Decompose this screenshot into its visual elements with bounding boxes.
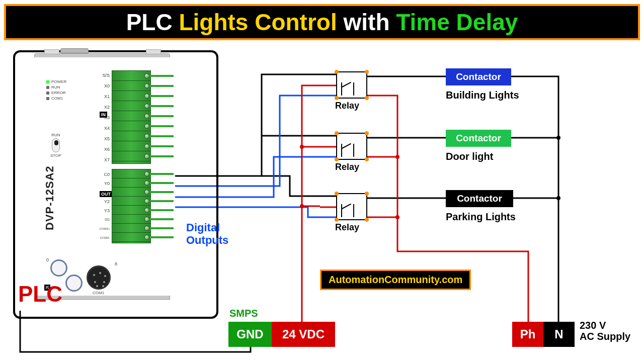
- contactor-door-label: Door light: [446, 151, 493, 162]
- input-terminal-labels: S/SX0X1X2X3X4X5X6X7: [97, 70, 110, 165]
- led-run: RUN: [51, 85, 60, 89]
- relay-2: [336, 133, 367, 160]
- led-com1: COM1: [51, 96, 63, 101]
- port-num-8: 8: [115, 261, 117, 266]
- gnd-box: GND: [228, 322, 272, 347]
- title-text: PLC Lights Control with Time Delay: [126, 9, 518, 36]
- output-terminal-labels: C0Y0Y1Y2Y3SGCOM3+COM3-: [97, 170, 110, 242]
- contactor-building-label: Building Lights: [446, 89, 519, 101]
- plc-big-label: PLC: [18, 282, 62, 307]
- port-num-0: 0: [46, 257, 49, 262]
- plc-port-left: [50, 259, 67, 277]
- in-tag: IN: [100, 112, 107, 118]
- output-terminal-block: [112, 169, 151, 243]
- contactor-parking: Contactor: [446, 190, 513, 207]
- plc-led-block: POWER RUN ERROR COM1: [46, 79, 66, 102]
- plc-port-mid: [65, 275, 83, 292]
- rail-slot: [44, 49, 59, 54]
- relay-2-label: Relay: [335, 162, 359, 172]
- credit-banner: AutomationCommunity.com: [320, 269, 471, 290]
- title-part-delay: Time Delay: [396, 9, 518, 35]
- switch-run-label: RUN: [50, 133, 61, 137]
- smps-label: SMPS: [229, 308, 258, 319]
- com1-label: COM1: [93, 291, 104, 295]
- switch-stop-label: STOP: [50, 153, 61, 158]
- relay-1-label: Relay: [335, 101, 359, 111]
- plc-model-label: DVP-12SA2: [43, 165, 56, 230]
- plc-com1-port: [87, 265, 111, 290]
- svg-point-4: [395, 155, 399, 159]
- svg-point-1: [300, 204, 304, 208]
- relay-1: [336, 71, 367, 99]
- contactor-door: Contactor: [446, 130, 511, 147]
- contactor-building: Contactor: [446, 68, 511, 85]
- relay-3: [336, 193, 367, 220]
- led-power: POWER: [51, 79, 66, 84]
- svg-point-2: [556, 136, 560, 140]
- relay-3-label: Relay: [335, 222, 359, 233]
- led-error: ERROR: [51, 90, 66, 95]
- ac-supply-label: 230 V AC Supply: [580, 320, 630, 342]
- title-part-with: with: [344, 9, 396, 35]
- phase-box: Ph: [512, 322, 543, 347]
- rail-slot: [146, 49, 161, 54]
- input-terminal-block: [112, 70, 151, 164]
- title-part-lights: Lights Control: [179, 9, 343, 35]
- contactor-parking-label: Parking Lights: [446, 211, 516, 223]
- title-bar: PLC Lights Control with Time Delay: [4, 4, 640, 40]
- svg-point-0: [300, 145, 304, 149]
- plc-run-stop-switch: RUN STOP: [50, 133, 61, 158]
- digital-outputs-label: Digital Outputs: [186, 221, 228, 247]
- svg-point-5: [395, 215, 399, 219]
- svg-point-3: [556, 196, 560, 200]
- vdc-box: 24 VDC: [272, 322, 335, 347]
- plc-top-cap: [60, 48, 89, 53]
- title-part-plc: PLC: [126, 9, 179, 35]
- neutral-box: N: [543, 322, 575, 347]
- out-tag: OUT: [100, 191, 112, 197]
